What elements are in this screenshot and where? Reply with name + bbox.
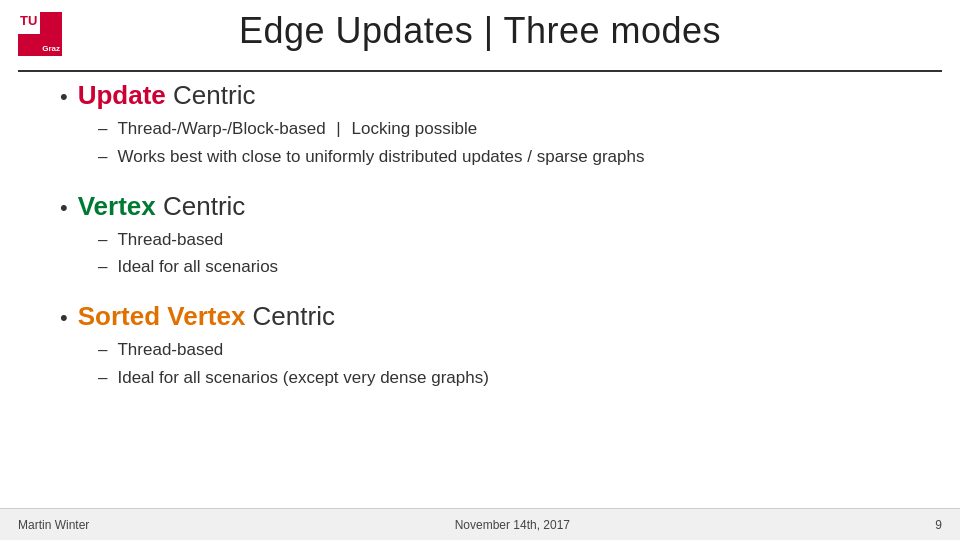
heading-rest-sorted: Centric bbox=[253, 301, 335, 331]
section-vertex-centric: • Vertex Centric – Thread-based – Ideal … bbox=[60, 191, 920, 280]
sub-text-2-1: Thread-based bbox=[117, 228, 223, 252]
sub-item-3-2: – Ideal for all scenarios (except very d… bbox=[98, 366, 920, 390]
footer-page: 9 bbox=[935, 518, 942, 532]
pipe-icon: | bbox=[336, 119, 340, 138]
heading-highlight-vertex2: Vertex bbox=[167, 301, 245, 331]
sub-text-1-1: Thread-/Warp-/Block-based | Locking poss… bbox=[117, 117, 477, 141]
heading-highlight-update: Update bbox=[78, 80, 166, 110]
sub-items-vertex: – Thread-based – Ideal for all scenarios bbox=[98, 228, 920, 280]
bullet-dot-1: • bbox=[60, 86, 68, 108]
sub-item-2-2: – Ideal for all scenarios bbox=[98, 255, 920, 279]
heading-sorted-vertex: • Sorted Vertex Centric bbox=[60, 301, 920, 332]
sub-item-2-1: – Thread-based bbox=[98, 228, 920, 252]
dash-1-2: – bbox=[98, 145, 107, 169]
sub-text-3-1: Thread-based bbox=[117, 338, 223, 362]
section-update-centric: • Update Centric – Thread-/Warp-/Block-b… bbox=[60, 80, 920, 169]
section-sorted-vertex: • Sorted Vertex Centric – Thread-based –… bbox=[60, 301, 920, 390]
heading-rest-update: Centric bbox=[173, 80, 255, 110]
dash-3-1: – bbox=[98, 338, 107, 362]
heading-highlight-sorted: Sorted bbox=[78, 301, 160, 331]
sub-text-2-2: Ideal for all scenarios bbox=[117, 255, 278, 279]
sub-item-1-1: – Thread-/Warp-/Block-based | Locking po… bbox=[98, 117, 920, 141]
sub-text-1-2: Works best with close to uniformly distr… bbox=[117, 145, 644, 169]
bullet-dot-3: • bbox=[60, 307, 68, 329]
heading-update-centric: • Update Centric bbox=[60, 80, 920, 111]
heading-text-2: Vertex Centric bbox=[78, 191, 246, 222]
heading-text-3: Sorted Vertex Centric bbox=[78, 301, 335, 332]
heading-rest-vertex: Centric bbox=[163, 191, 245, 221]
heading-vertex-centric: • Vertex Centric bbox=[60, 191, 920, 222]
dash-3-2: – bbox=[98, 366, 107, 390]
sub-text-3-2: Ideal for all scenarios (except very den… bbox=[117, 366, 488, 390]
footer-date: November 14th, 2017 bbox=[455, 518, 570, 532]
heading-text-1: Update Centric bbox=[78, 80, 256, 111]
main-content: • Update Centric – Thread-/Warp-/Block-b… bbox=[60, 80, 920, 500]
footer: Martin Winter November 14th, 2017 9 bbox=[0, 508, 960, 540]
sub-item-1-2: – Works best with close to uniformly dis… bbox=[98, 145, 920, 169]
dash-2-1: – bbox=[98, 228, 107, 252]
sub-items-sorted: – Thread-based – Ideal for all scenarios… bbox=[98, 338, 920, 390]
bullet-dot-2: • bbox=[60, 197, 68, 219]
title-rule bbox=[18, 70, 942, 72]
dash-1-1: – bbox=[98, 117, 107, 141]
footer-author: Martin Winter bbox=[18, 518, 89, 532]
sub-items-update: – Thread-/Warp-/Block-based | Locking po… bbox=[98, 117, 920, 169]
sub-item-3-1: – Thread-based bbox=[98, 338, 920, 362]
dash-2-2: – bbox=[98, 255, 107, 279]
heading-highlight-vertex: Vertex bbox=[78, 191, 156, 221]
slide-title: Edge Updates | Three modes bbox=[0, 10, 960, 52]
